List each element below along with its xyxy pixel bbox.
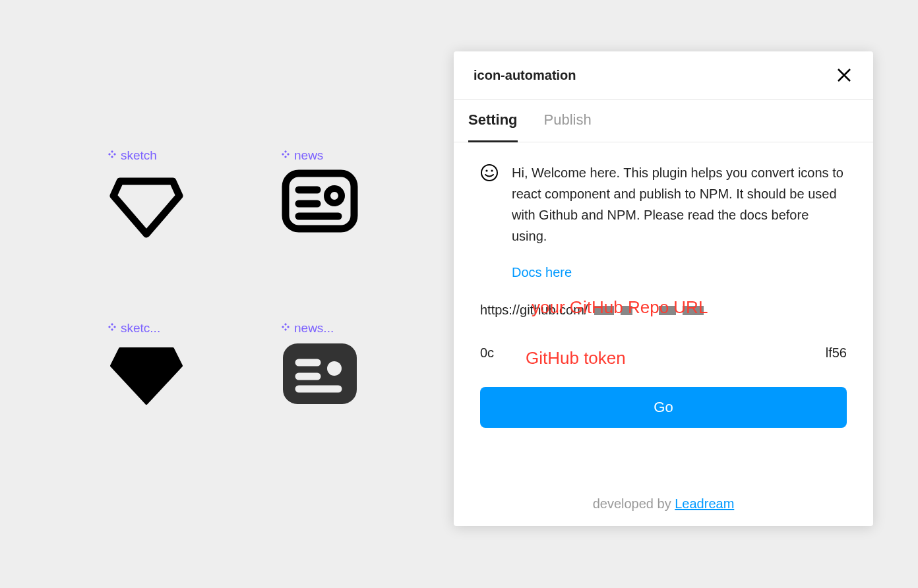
layer-label: sketch xyxy=(121,148,157,163)
figma-canvas: sketch news sketc... xyxy=(0,0,918,588)
redacted-segment xyxy=(683,306,704,315)
layer-label: news xyxy=(294,148,323,163)
svg-point-12 xyxy=(491,169,493,171)
news-filled-icon xyxy=(280,341,359,407)
layer-sketch-filled[interactable]: sketc... xyxy=(107,321,186,407)
smile-icon xyxy=(480,163,499,182)
redacted-segment xyxy=(594,306,614,315)
tab-publish[interactable]: Publish xyxy=(544,100,592,142)
svg-point-10 xyxy=(481,165,497,181)
redacted-segment xyxy=(621,306,632,315)
panel-title: icon-automation xyxy=(474,68,576,83)
tab-setting[interactable]: Setting xyxy=(468,100,518,142)
footer-link[interactable]: Leadream xyxy=(675,496,734,511)
component-icon xyxy=(280,150,291,161)
footer-text: developed by xyxy=(593,496,675,511)
tab-bar: Setting Publish xyxy=(454,100,873,142)
svg-point-4 xyxy=(327,189,342,203)
go-button[interactable]: Go xyxy=(480,387,847,428)
sketch-icon xyxy=(107,168,186,241)
panel-body: Hi, Welcome here. This plugin helps you … xyxy=(454,142,873,482)
welcome-text: Hi, Welcome here. This plugin helps you … xyxy=(512,162,847,247)
component-icon xyxy=(107,150,117,161)
component-icon xyxy=(107,323,117,334)
svg-rect-5 xyxy=(283,343,357,404)
layer-label: sketc... xyxy=(121,321,160,336)
github-token-input[interactable]: 0c lf56 xyxy=(480,345,847,361)
plugin-panel: icon-automation Setting Publish Hi, Welc… xyxy=(454,51,873,526)
token-suffix: lf56 xyxy=(826,345,847,361)
panel-footer: developed by Leadream xyxy=(454,482,873,526)
svg-rect-0 xyxy=(286,173,354,229)
token-prefix: 0c xyxy=(480,345,494,361)
github-url-input[interactable]: https://github.com/ xyxy=(480,303,847,318)
sketch-filled-icon xyxy=(107,341,186,407)
repo-url-value: https://github.com/ xyxy=(480,303,588,318)
layer-news-filled[interactable]: news... xyxy=(280,321,359,407)
panel-header: icon-automation xyxy=(454,51,873,100)
component-icon xyxy=(280,323,291,334)
layer-sketch[interactable]: sketch xyxy=(107,148,186,241)
svg-point-11 xyxy=(485,169,487,171)
close-button[interactable] xyxy=(835,66,853,84)
close-icon xyxy=(837,68,851,82)
svg-point-9 xyxy=(327,361,342,376)
docs-link[interactable]: Docs here xyxy=(512,265,847,280)
news-icon xyxy=(280,168,359,234)
layer-label: news... xyxy=(294,321,334,336)
redacted-segment xyxy=(659,306,676,315)
layer-news[interactable]: news xyxy=(280,148,359,234)
